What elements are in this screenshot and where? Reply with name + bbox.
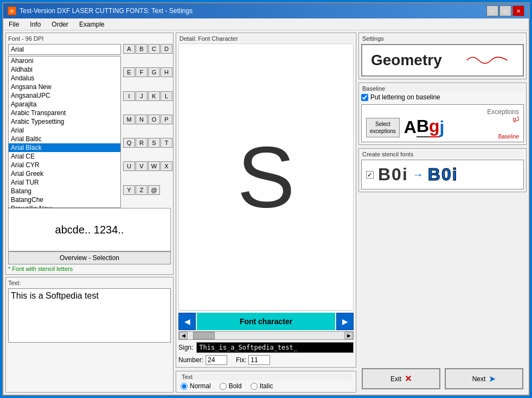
radio-bold[interactable] <box>220 383 227 390</box>
maximize-button[interactable]: □ <box>499 5 511 16</box>
alpha-btn-Q[interactable]: Q <box>123 138 135 148</box>
window-title: Test-Version DXF LASER CUTTING FONTS: Te… <box>20 7 193 15</box>
list-item[interactable]: Arial CE <box>9 152 120 161</box>
fix-input[interactable] <box>248 355 270 365</box>
menu-info[interactable]: Info <box>27 20 44 29</box>
list-item[interactable]: Aldhabi <box>9 65 120 74</box>
scroll-thumb[interactable] <box>193 332 215 339</box>
alpha-btn-Y[interactable]: Y <box>123 185 135 195</box>
fix-label: Fix: <box>236 356 246 364</box>
alpha-btn-P[interactable]: P <box>161 115 172 124</box>
geometry-box: Geometry <box>361 44 524 77</box>
font-search-input[interactable] <box>8 44 121 55</box>
font-preview: abcde.. 1234.. <box>8 208 171 251</box>
list-item[interactable]: Batang <box>9 187 120 195</box>
exit-button[interactable]: Exit ✕ <box>362 368 440 389</box>
list-item[interactable]: Aparajita <box>9 100 120 109</box>
style-normal-radio[interactable]: Normal <box>181 382 211 390</box>
alpha-btn-V[interactable]: V <box>136 161 148 171</box>
next-button[interactable]: Next ➤ <box>445 368 523 389</box>
bottom-buttons: Exit ✕ Next ➤ <box>358 365 527 393</box>
overview-selection-button[interactable]: Overview - Selection <box>8 251 171 264</box>
radio-italic[interactable] <box>251 383 258 390</box>
alpha-btn-U[interactable]: U <box>123 161 135 171</box>
alpha-btn-N[interactable]: N <box>136 115 148 124</box>
list-item[interactable]: BatangChe <box>9 195 120 204</box>
alpha-btn-S[interactable]: S <box>148 138 160 148</box>
alpha-btn-I[interactable]: I <box>123 91 135 101</box>
list-item[interactable]: Angsana New <box>9 83 120 91</box>
alpha-btn-G[interactable]: G <box>148 67 160 77</box>
text-style-section: Text Normal Bold Italic <box>176 371 356 393</box>
list-item[interactable]: Andalus <box>9 74 120 83</box>
window-controls: ─ □ ✕ <box>486 5 524 16</box>
exceptions-label: Exceptions <box>487 108 519 116</box>
baseline-letter-j: j <box>440 117 445 137</box>
list-item[interactable]: Browallia New <box>9 204 120 208</box>
alpha-btn-F[interactable]: F <box>136 67 148 77</box>
char-scroll[interactable]: ◀ ▶ <box>178 331 354 340</box>
alpha-btn-K[interactable]: K <box>148 91 160 101</box>
main-window: D Test-Version DXF LASER CUTTING FONTS: … <box>2 2 530 396</box>
list-item-selected[interactable]: Arial Black <box>9 143 120 152</box>
alpha-btn-W[interactable]: W <box>148 161 160 171</box>
alpha-btn-H[interactable]: H <box>161 67 172 77</box>
alpha-btn-A[interactable]: A <box>123 44 135 54</box>
prev-char-button[interactable]: ◀ <box>178 313 196 330</box>
close-button[interactable]: ✕ <box>512 5 524 16</box>
alpha-btn-D[interactable]: D <box>161 44 172 54</box>
detail-section-title: Detail: Font Character <box>178 35 354 42</box>
next-char-button[interactable]: ▶ <box>336 313 354 330</box>
font-list[interactable]: Aharoni Aldhabi Andalus Angsana New Angs… <box>8 56 121 208</box>
list-item[interactable]: Aharoni <box>9 56 120 65</box>
menu-bar: File Info Order Example <box>3 18 529 30</box>
fix-field: Fix: <box>236 355 270 365</box>
stencil-note: * Font with stencil letters <box>8 266 171 272</box>
number-input[interactable] <box>206 355 227 365</box>
style-italic-radio[interactable]: Italic <box>251 382 273 390</box>
alpha-btn-T[interactable]: T <box>161 138 172 148</box>
list-item[interactable]: Arial TUR <box>9 178 120 187</box>
select-exceptions-button[interactable]: Selectexceptions <box>366 118 400 137</box>
menu-file[interactable]: File <box>5 20 22 29</box>
list-item[interactable]: AngsanaUPC <box>9 91 120 100</box>
text-input[interactable]: This is a Softpedia test <box>8 288 171 343</box>
middle-panel: Detail: Font Character S ◀ Font characte… <box>176 33 356 393</box>
alpha-btn-Z[interactable]: Z <box>136 185 148 195</box>
exceptions-value: gJ <box>512 116 519 122</box>
alpha-btn-E[interactable]: E <box>123 67 135 77</box>
sign-input[interactable] <box>196 342 354 353</box>
alpha-btn-C[interactable]: C <box>148 44 160 54</box>
list-item[interactable]: Arial Baltic <box>9 135 120 143</box>
radio-normal[interactable] <box>181 383 188 390</box>
stencil-section: Create stencil fonts ✓ B0i → B0i <box>358 148 527 192</box>
baseline-section: Baseline Put lettering on baseline Selec… <box>358 83 527 145</box>
scroll-left-button[interactable]: ◀ <box>179 332 188 339</box>
alpha-btn-B[interactable]: B <box>136 44 148 54</box>
stencil-checkbox[interactable]: ✓ <box>366 171 374 179</box>
alpha-btn-at[interactable]: @ <box>148 185 160 195</box>
alpha-btn-R[interactable]: R <box>136 138 148 148</box>
scroll-right-button[interactable]: ▶ <box>344 332 353 339</box>
menu-order[interactable]: Order <box>48 20 72 29</box>
font-list-area: Aharoni Aldhabi Andalus Angsana New Angs… <box>8 44 121 208</box>
detail-section: Detail: Font Character S ◀ Font characte… <box>176 33 356 368</box>
menu-example[interactable]: Example <box>76 20 108 29</box>
alpha-btn-J[interactable]: J <box>136 91 148 101</box>
list-item[interactable]: Arial CYR <box>9 161 120 169</box>
char-preview-letter: S <box>237 134 295 220</box>
list-item[interactable]: Arabic Transparent <box>9 109 120 117</box>
list-item[interactable]: Arabic Typesetting <box>9 117 120 126</box>
number-field: Number: <box>178 355 227 365</box>
scroll-track[interactable] <box>188 332 344 339</box>
alpha-btn-O[interactable]: O <box>148 115 160 124</box>
minimize-button[interactable]: ─ <box>486 5 498 16</box>
alpha-btn-L[interactable]: L <box>161 91 172 101</box>
style-bold-radio[interactable]: Bold <box>220 382 242 390</box>
alpha-btn-M[interactable]: M <box>123 115 135 124</box>
baseline-checkbox[interactable] <box>361 94 368 101</box>
list-item[interactable]: Arial <box>9 126 120 135</box>
list-item[interactable]: Arial Greek <box>9 169 120 178</box>
stencil-text-after: B0i <box>428 165 458 185</box>
alpha-btn-X[interactable]: X <box>161 161 172 171</box>
